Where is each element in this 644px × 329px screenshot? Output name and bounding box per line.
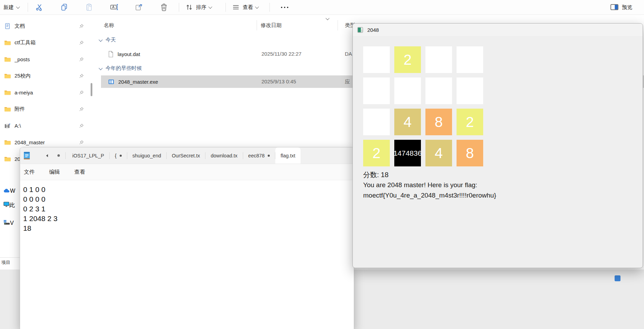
chevron-down-icon — [255, 5, 259, 9]
game-title-bar[interactable]: 2048 — [353, 24, 643, 36]
cut-icon[interactable] — [35, 2, 44, 12]
tile-r2-c2: 8 — [425, 109, 452, 135]
tile-r3-c0: 2 — [363, 140, 390, 166]
column-header-0[interactable]: 名称 — [104, 19, 114, 31]
item-count-status: 项目 — [1, 259, 10, 266]
copy-icon[interactable] — [60, 2, 69, 12]
share-icon[interactable] — [135, 2, 144, 12]
notepad-text-area[interactable]: 0 1 0 00 0 0 00 2 3 11 2048 2 318 — [20, 180, 354, 233]
file-type: DA — [345, 48, 352, 60]
sidebar-item-0[interactable]: 文档 — [0, 18, 86, 34]
sort-arrows-icon — [185, 2, 194, 12]
rename-icon[interactable] — [110, 2, 119, 12]
toolbar-divider — [226, 3, 226, 12]
column-divider[interactable] — [257, 20, 257, 30]
group-header-0[interactable]: 今天 — [99, 35, 116, 45]
pin-icon[interactable] — [79, 57, 84, 62]
group-label: 今天 — [105, 37, 116, 43]
tile-value: 4 — [435, 145, 443, 162]
tab-eec878[interactable]: eec878 — [243, 147, 275, 164]
monitor-icon — [3, 202, 9, 208]
tile-r0-c1: 2 — [394, 46, 421, 73]
sidebar-pinned-list: 文档ctf工具箱_posts25校内a-meiya附件?A:\2048_mast… — [0, 18, 86, 167]
sidebar-item-label: 此 — [9, 202, 15, 209]
tab-download.tx[interactable]: download.tx — [205, 147, 242, 164]
column-sort-chevron-icon[interactable] — [325, 16, 329, 20]
group-header-1[interactable]: 今年的早些时候 — [99, 63, 142, 73]
sidebar-item-5[interactable]: 附件 — [0, 101, 86, 117]
tile-r2-c3: 2 — [457, 109, 483, 135]
sidebar-item-label: W — [10, 188, 15, 194]
sidebar-item-label: A:\ — [15, 123, 79, 129]
sidebar-item-1[interactable]: ctf工具箱 — [0, 34, 86, 51]
view-button-label: 查看 — [243, 4, 253, 11]
preview-toggle[interactable]: 预览 — [610, 2, 632, 12]
floppy-icon: ? — [3, 123, 11, 129]
folder-icon — [3, 106, 11, 112]
menu-item-0[interactable]: 文件 — [24, 168, 35, 176]
pin-icon[interactable] — [79, 107, 84, 111]
sidebar-item-6[interactable]: ?A:\ — [0, 117, 86, 134]
tab-iOS17_LPL_P[interactable]: iOS17_LPL_P — [67, 147, 109, 164]
tile-value: 2 — [466, 114, 474, 130]
tab-shuiguo_end[interactable]: shuiguo_end — [127, 147, 166, 164]
cloud-icon — [3, 188, 10, 194]
game-2048-icon — [357, 27, 363, 33]
game-2048-window: 2048 24822147483648 分数: 18 You are 2048 … — [352, 23, 643, 268]
sort-button[interactable]: 排序 — [185, 2, 212, 12]
sidebar-item-2[interactable]: _posts — [0, 51, 86, 67]
tile-r2-c1: 4 — [394, 109, 421, 135]
sidebar-item-label: 2048_master — [15, 139, 79, 145]
folder-icon — [3, 139, 11, 145]
pin-icon[interactable] — [79, 24, 84, 28]
delete-icon[interactable] — [159, 2, 168, 12]
tile-r3-c3: 8 — [457, 140, 483, 166]
sidebar-item-label: _posts — [15, 56, 79, 62]
explorer-toolbar: 新建 排序 查看 — [0, 0, 644, 15]
new-button[interactable]: 新建 — [3, 4, 19, 11]
tab-{[interactable]: { — [110, 147, 127, 164]
view-button[interactable]: 查看 — [231, 2, 258, 12]
toolbar-divider — [28, 3, 28, 12]
toolbar-divider — [179, 3, 179, 12]
sidebar-item-4[interactable]: a-meiya — [0, 84, 86, 101]
sidebar-item-label: ctf工具箱 — [15, 39, 79, 46]
tile-r0-c2 — [425, 46, 452, 73]
menu-item-2[interactable]: 查看 — [74, 168, 85, 176]
more-options-icon[interactable] — [279, 2, 290, 12]
tile-value: 1474836 — [394, 149, 421, 157]
chevron-down-icon — [99, 66, 102, 70]
blue-accent-square — [615, 275, 620, 281]
pin-icon[interactable] — [79, 90, 84, 95]
tab-label: { — [115, 153, 117, 158]
pin-icon[interactable] — [79, 140, 84, 145]
column-header-1[interactable]: 修改日期 — [261, 19, 282, 31]
tile-r1-c1 — [394, 77, 421, 104]
sort-button-label: 排序 — [196, 4, 206, 11]
menu-item-1[interactable]: 编辑 — [49, 168, 60, 176]
pin-icon[interactable] — [79, 124, 84, 128]
file-name: 2048_master.exe — [118, 79, 158, 85]
view-lines-icon — [231, 2, 240, 12]
pin-icon[interactable] — [79, 40, 84, 45]
column-divider[interactable] — [338, 20, 338, 30]
tab-flag.txt[interactable]: flag.txt — [275, 147, 301, 164]
pin-icon[interactable] — [79, 74, 84, 78]
tab-label: download.tx — [211, 153, 237, 158]
folder-icon — [3, 156, 11, 162]
file-row-inner: layout.dat — [108, 48, 140, 60]
file-type: 应 — [345, 75, 350, 88]
sidebar-item-3[interactable]: 25校内 — [0, 67, 86, 84]
tab-label: iOS17_LPL_P — [72, 153, 104, 158]
group-label: 今年的早些时候 — [105, 65, 142, 72]
text-line-2: 0 2 3 1 — [23, 204, 354, 214]
tab-OurSecret.tx[interactable]: OurSecret.tx — [167, 147, 205, 164]
text-line-0: 0 1 0 0 — [23, 185, 354, 194]
file-date: 2025/9/13 0:45 — [261, 75, 296, 88]
text-line-3: 1 2048 2 3 — [23, 214, 354, 223]
unsaved-dot — [120, 155, 122, 157]
tile-r3-c2: 4 — [425, 140, 452, 166]
tab-label: eec878 — [248, 153, 265, 158]
tab-scroll-left-icon[interactable] — [45, 154, 49, 158]
score-text: 分数: 18 — [363, 170, 388, 180]
